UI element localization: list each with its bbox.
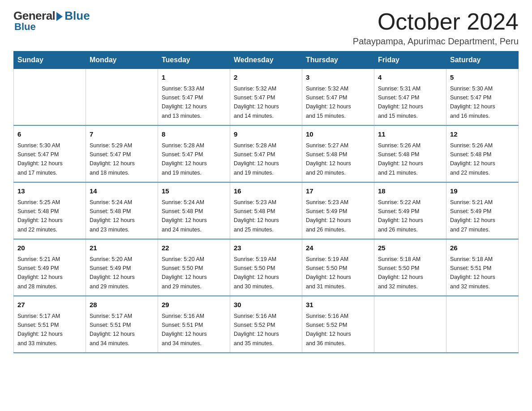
day-info: Sunrise: 5:23 AMSunset: 5:48 PMDaylight:… bbox=[234, 199, 279, 233]
day-info: Sunrise: 5:21 AMSunset: 5:49 PMDaylight:… bbox=[17, 256, 63, 290]
calendar-day-cell: 11Sunrise: 5:26 AMSunset: 5:48 PMDayligh… bbox=[374, 125, 446, 182]
calendar-day-cell: 8Sunrise: 5:28 AMSunset: 5:47 PMDaylight… bbox=[158, 125, 230, 182]
day-info: Sunrise: 5:19 AMSunset: 5:50 PMDaylight:… bbox=[234, 256, 279, 290]
day-number: 2 bbox=[234, 73, 298, 83]
calendar-day-cell: 6Sunrise: 5:30 AMSunset: 5:47 PMDaylight… bbox=[14, 125, 86, 182]
day-info: Sunrise: 5:28 AMSunset: 5:47 PMDaylight:… bbox=[162, 142, 207, 176]
calendar-day-cell: 4Sunrise: 5:31 AMSunset: 5:47 PMDaylight… bbox=[374, 69, 446, 126]
day-number: 21 bbox=[90, 243, 154, 253]
day-number: 3 bbox=[306, 73, 370, 83]
calendar-day-cell bbox=[14, 69, 86, 126]
day-number: 28 bbox=[90, 300, 154, 310]
calendar-day-cell: 19Sunrise: 5:21 AMSunset: 5:49 PMDayligh… bbox=[446, 182, 519, 239]
calendar-day-cell: 31Sunrise: 5:16 AMSunset: 5:52 PMDayligh… bbox=[302, 296, 374, 353]
calendar-weekday-header: Saturday bbox=[446, 51, 519, 69]
day-info: Sunrise: 5:25 AMSunset: 5:48 PMDaylight:… bbox=[17, 199, 63, 233]
day-number: 16 bbox=[234, 186, 298, 197]
title-block: October 2024 Pataypampa, Apurimac Depart… bbox=[353, 9, 519, 47]
day-info: Sunrise: 5:20 AMSunset: 5:50 PMDaylight:… bbox=[162, 256, 207, 290]
day-info: Sunrise: 5:19 AMSunset: 5:50 PMDaylight:… bbox=[306, 256, 351, 290]
calendar-week-row: 1Sunrise: 5:33 AMSunset: 5:47 PMDaylight… bbox=[14, 69, 519, 126]
day-number: 17 bbox=[306, 186, 370, 197]
day-info: Sunrise: 5:17 AMSunset: 5:51 PMDaylight:… bbox=[90, 313, 135, 347]
calendar-day-cell: 5Sunrise: 5:30 AMSunset: 5:47 PMDaylight… bbox=[446, 69, 519, 126]
day-number: 20 bbox=[17, 243, 82, 253]
logo-triangle-icon bbox=[56, 12, 63, 21]
calendar-day-cell: 25Sunrise: 5:18 AMSunset: 5:50 PMDayligh… bbox=[374, 239, 446, 296]
calendar-day-cell: 1Sunrise: 5:33 AMSunset: 5:47 PMDaylight… bbox=[158, 69, 230, 126]
day-number: 1 bbox=[162, 73, 226, 83]
calendar-table: SundayMondayTuesdayWednesdayThursdayFrid… bbox=[13, 51, 519, 353]
calendar-weekday-header: Sunday bbox=[14, 51, 86, 69]
day-number: 9 bbox=[234, 129, 298, 140]
day-info: Sunrise: 5:29 AMSunset: 5:47 PMDaylight:… bbox=[90, 142, 135, 176]
day-number: 7 bbox=[90, 129, 154, 140]
calendar-day-cell bbox=[86, 69, 158, 126]
day-number: 11 bbox=[378, 129, 442, 140]
calendar-day-cell: 23Sunrise: 5:19 AMSunset: 5:50 PMDayligh… bbox=[230, 239, 302, 296]
day-info: Sunrise: 5:30 AMSunset: 5:47 PMDaylight:… bbox=[17, 142, 63, 176]
calendar-day-cell: 26Sunrise: 5:18 AMSunset: 5:51 PMDayligh… bbox=[446, 239, 519, 296]
calendar-day-cell: 29Sunrise: 5:16 AMSunset: 5:51 PMDayligh… bbox=[158, 296, 230, 353]
calendar-day-cell: 30Sunrise: 5:16 AMSunset: 5:52 PMDayligh… bbox=[230, 296, 302, 353]
day-info: Sunrise: 5:17 AMSunset: 5:51 PMDaylight:… bbox=[17, 313, 63, 347]
calendar-day-cell: 17Sunrise: 5:23 AMSunset: 5:49 PMDayligh… bbox=[302, 182, 374, 239]
calendar-weekday-header: Monday bbox=[86, 51, 158, 69]
day-number: 10 bbox=[306, 129, 370, 140]
calendar-day-cell: 24Sunrise: 5:19 AMSunset: 5:50 PMDayligh… bbox=[302, 239, 374, 296]
day-number: 18 bbox=[378, 186, 442, 197]
day-number: 27 bbox=[17, 300, 82, 310]
calendar-day-cell: 7Sunrise: 5:29 AMSunset: 5:47 PMDaylight… bbox=[86, 125, 158, 182]
calendar-day-cell: 22Sunrise: 5:20 AMSunset: 5:50 PMDayligh… bbox=[158, 239, 230, 296]
logo-line2: Blue bbox=[14, 21, 36, 33]
calendar-day-cell: 14Sunrise: 5:24 AMSunset: 5:48 PMDayligh… bbox=[86, 182, 158, 239]
logo-blue-text: Blue bbox=[64, 9, 90, 23]
calendar-day-cell: 13Sunrise: 5:25 AMSunset: 5:48 PMDayligh… bbox=[14, 182, 86, 239]
day-number: 19 bbox=[450, 186, 515, 197]
day-number: 12 bbox=[450, 129, 515, 140]
day-info: Sunrise: 5:26 AMSunset: 5:48 PMDaylight:… bbox=[378, 142, 423, 176]
calendar-header-row: SundayMondayTuesdayWednesdayThursdayFrid… bbox=[14, 51, 519, 69]
month-title: October 2024 bbox=[353, 9, 519, 34]
day-number: 24 bbox=[306, 243, 370, 253]
calendar-day-cell: 18Sunrise: 5:22 AMSunset: 5:49 PMDayligh… bbox=[374, 182, 446, 239]
day-info: Sunrise: 5:24 AMSunset: 5:48 PMDaylight:… bbox=[90, 199, 135, 233]
calendar-week-row: 13Sunrise: 5:25 AMSunset: 5:48 PMDayligh… bbox=[14, 182, 519, 239]
day-info: Sunrise: 5:23 AMSunset: 5:49 PMDaylight:… bbox=[306, 199, 351, 233]
calendar-day-cell: 28Sunrise: 5:17 AMSunset: 5:51 PMDayligh… bbox=[86, 296, 158, 353]
calendar-weekday-header: Thursday bbox=[302, 51, 374, 69]
calendar-weekday-header: Wednesday bbox=[230, 51, 302, 69]
day-number: 26 bbox=[450, 243, 515, 253]
calendar-day-cell: 9Sunrise: 5:28 AMSunset: 5:47 PMDaylight… bbox=[230, 125, 302, 182]
calendar-day-cell: 20Sunrise: 5:21 AMSunset: 5:49 PMDayligh… bbox=[14, 239, 86, 296]
day-info: Sunrise: 5:32 AMSunset: 5:47 PMDaylight:… bbox=[234, 86, 279, 119]
day-number: 5 bbox=[450, 73, 515, 83]
day-info: Sunrise: 5:22 AMSunset: 5:49 PMDaylight:… bbox=[378, 199, 423, 233]
day-number: 13 bbox=[17, 186, 82, 197]
day-number: 29 bbox=[162, 300, 226, 310]
day-number: 4 bbox=[378, 73, 442, 83]
day-info: Sunrise: 5:31 AMSunset: 5:47 PMDaylight:… bbox=[378, 86, 423, 119]
calendar-day-cell: 16Sunrise: 5:23 AMSunset: 5:48 PMDayligh… bbox=[230, 182, 302, 239]
header: General Blue Blue October 2024 Pataypamp… bbox=[13, 9, 519, 47]
day-info: Sunrise: 5:16 AMSunset: 5:52 PMDaylight:… bbox=[306, 313, 351, 347]
calendar-day-cell: 27Sunrise: 5:17 AMSunset: 5:51 PMDayligh… bbox=[14, 296, 86, 353]
day-info: Sunrise: 5:18 AMSunset: 5:51 PMDaylight:… bbox=[450, 256, 495, 290]
day-info: Sunrise: 5:27 AMSunset: 5:48 PMDaylight:… bbox=[306, 142, 351, 176]
calendar-weekday-header: Friday bbox=[374, 51, 446, 69]
day-info: Sunrise: 5:28 AMSunset: 5:47 PMDaylight:… bbox=[234, 142, 279, 176]
logo: General Blue Blue bbox=[13, 9, 90, 33]
day-info: Sunrise: 5:21 AMSunset: 5:49 PMDaylight:… bbox=[450, 199, 495, 233]
location-title: Pataypampa, Apurimac Department, Peru bbox=[353, 36, 519, 47]
calendar-day-cell: 15Sunrise: 5:24 AMSunset: 5:48 PMDayligh… bbox=[158, 182, 230, 239]
day-number: 31 bbox=[306, 300, 370, 310]
calendar-day-cell: 2Sunrise: 5:32 AMSunset: 5:47 PMDaylight… bbox=[230, 69, 302, 126]
day-number: 15 bbox=[162, 186, 226, 197]
calendar-day-cell: 12Sunrise: 5:26 AMSunset: 5:48 PMDayligh… bbox=[446, 125, 519, 182]
day-number: 25 bbox=[378, 243, 442, 253]
calendar-week-row: 27Sunrise: 5:17 AMSunset: 5:51 PMDayligh… bbox=[14, 296, 519, 353]
calendar-weekday-header: Tuesday bbox=[158, 51, 230, 69]
day-info: Sunrise: 5:16 AMSunset: 5:51 PMDaylight:… bbox=[162, 313, 207, 347]
day-info: Sunrise: 5:26 AMSunset: 5:48 PMDaylight:… bbox=[450, 142, 495, 176]
day-number: 6 bbox=[17, 129, 82, 140]
